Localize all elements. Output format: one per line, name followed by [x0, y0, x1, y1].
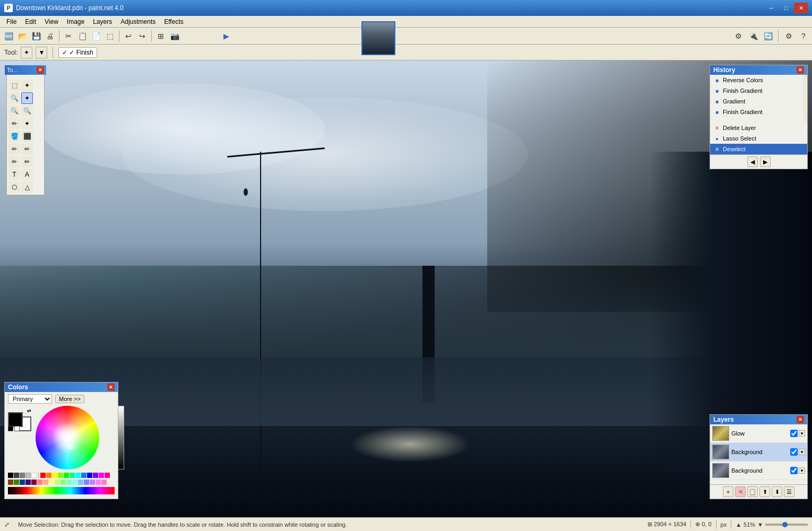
move-canvas-tool[interactable]: ✦: [21, 92, 33, 104]
zoom-slider-thumb[interactable]: [782, 522, 788, 527]
eraser-tool[interactable]: ✦: [21, 118, 33, 129]
zoom-out-tool[interactable]: 🔍: [21, 105, 33, 117]
palette-color-r4[interactable]: [55, 480, 60, 485]
palette-color-r6[interactable]: [66, 480, 72, 485]
print-button[interactable]: 🖨: [44, 30, 56, 42]
palette-color-r2[interactable]: [43, 480, 48, 485]
layer-visible-bg1[interactable]: [790, 448, 798, 456]
history-close-button[interactable]: ✕: [797, 66, 804, 74]
screenshot-button[interactable]: 📷: [168, 30, 181, 42]
new-button[interactable]: 🆕: [2, 30, 15, 42]
lasso-tool[interactable]: 🔍: [8, 92, 20, 104]
palette-color-cyan[interactable]: [75, 473, 81, 478]
clone-tool[interactable]: ✏: [21, 143, 33, 155]
layers-move-down-button[interactable]: ⬇: [772, 486, 782, 497]
image-thumbnail[interactable]: [361, 21, 395, 55]
grid-button[interactable]: ⊞: [154, 30, 167, 42]
layer-dropdown-bg2[interactable]: ▼: [799, 467, 805, 474]
history-item-finish-gradient1[interactable]: ■ Finish Gradient: [710, 85, 803, 96]
palette-color-r5[interactable]: [61, 480, 66, 485]
zoom-tool[interactable]: 🔍: [8, 105, 20, 117]
palette-color-azure[interactable]: [81, 473, 87, 478]
swap-colors-icon[interactable]: ⇄: [27, 408, 31, 413]
copy-button[interactable]: 📋: [76, 30, 89, 42]
zoom-control[interactable]: ▲ 51% ▼: [736, 521, 808, 528]
toolbar-plugin-button[interactable]: 🔌: [747, 30, 759, 42]
text-align-tool[interactable]: A: [21, 169, 33, 180]
palette-color-black[interactable]: [8, 473, 13, 478]
menu-file[interactable]: File: [2, 17, 21, 27]
maximize-button[interactable]: □: [779, 3, 793, 13]
palette-color-olive[interactable]: [14, 480, 19, 485]
palette-color-r9[interactable]: [84, 480, 89, 485]
palette-color-r11[interactable]: [96, 480, 101, 485]
layer-item-background1[interactable]: Background ▼: [710, 443, 807, 462]
pencil-tool[interactable]: ✏: [8, 143, 20, 155]
zoom-down-arrow[interactable]: ▼: [757, 521, 763, 528]
palette-color-green[interactable]: [64, 473, 69, 478]
history-item-gradient[interactable]: ■ Gradient: [710, 96, 803, 107]
palette-color-r7[interactable]: [72, 480, 77, 485]
palette-color-r8[interactable]: [78, 480, 83, 485]
undo-button[interactable]: ↩: [122, 30, 135, 42]
palette-color-yellow[interactable]: [52, 473, 57, 478]
line-tool[interactable]: △: [21, 181, 33, 193]
palette-color-blue[interactable]: [87, 473, 92, 478]
palette-color-magenta[interactable]: [99, 473, 104, 478]
layer-item-background2[interactable]: Background ▼: [710, 462, 807, 480]
brightness-strip[interactable]: [118, 406, 124, 469]
zoom-slider[interactable]: [765, 524, 808, 526]
history-item-deselect[interactable]: ✕ Deselect: [710, 144, 807, 154]
text-tool[interactable]: T: [8, 169, 20, 180]
selection-tool[interactable]: ⬚: [8, 80, 20, 91]
palette-color-maroon[interactable]: [31, 480, 37, 485]
palette-color-dgray[interactable]: [14, 473, 19, 478]
menu-layers[interactable]: Layers: [89, 17, 116, 27]
finish-button[interactable]: ✓ ✓ Finish: [58, 47, 97, 58]
layer-dropdown-glow[interactable]: ▼: [799, 430, 805, 437]
history-redo-button[interactable]: ▶: [760, 156, 771, 167]
layers-close-button[interactable]: ✕: [797, 416, 804, 423]
gradient-color-strip[interactable]: [8, 487, 115, 494]
colors-close-button[interactable]: ✕: [107, 384, 115, 391]
smudge-tool[interactable]: ✏: [21, 156, 33, 168]
palette-color-purple[interactable]: [93, 473, 98, 478]
color-wheel[interactable]: [36, 406, 99, 469]
palette-color-brown[interactable]: [8, 480, 13, 485]
zoom-up-arrow[interactable]: ▲: [736, 521, 741, 528]
layers-move-up-button[interactable]: ⬆: [759, 486, 770, 497]
more-colors-button[interactable]: More >>: [55, 395, 84, 403]
layers-duplicate-button[interactable]: 📋: [747, 486, 758, 497]
toolbar-help-button[interactable]: ?: [797, 30, 810, 42]
palette-color-lime[interactable]: [58, 473, 63, 478]
move-tool[interactable]: ✦: [21, 80, 33, 91]
toolbox-close-button[interactable]: ✕: [37, 66, 44, 74]
foreground-color-swatch[interactable]: [8, 412, 23, 427]
palette-color-indigo[interactable]: [25, 480, 31, 485]
palette-color-gray[interactable]: [20, 473, 25, 478]
thumbnail-dropdown-arrow[interactable]: ▶: [223, 32, 229, 40]
menu-view[interactable]: View: [40, 17, 63, 27]
save-button[interactable]: 💾: [30, 30, 42, 42]
layer-visible-bg2[interactable]: [790, 467, 798, 474]
paint-bucket-tool[interactable]: 🪣: [8, 130, 20, 142]
palette-color-r12[interactable]: [101, 480, 107, 485]
layers-properties-button[interactable]: ☰: [784, 486, 794, 497]
menu-adjustments[interactable]: Adjustments: [116, 17, 160, 27]
history-item-lasso-select[interactable]: ● Lasso Select: [710, 133, 807, 144]
history-item-finish-gradient2[interactable]: ■ Finish Gradient: [710, 107, 803, 117]
menu-edit[interactable]: Edit: [21, 17, 40, 27]
paintbrush-tool[interactable]: ✏: [8, 118, 20, 129]
open-button[interactable]: 📂: [16, 30, 29, 42]
palette-color-navy[interactable]: [20, 480, 25, 485]
layer-visible-glow[interactable]: [790, 430, 798, 437]
palette-color-lgray[interactable]: [25, 473, 31, 478]
palette-color-teal[interactable]: [70, 473, 75, 478]
fg-small-swatch[interactable]: [8, 426, 13, 431]
palette-color-pink[interactable]: [105, 473, 110, 478]
toolbar-settings2-button[interactable]: ⚙: [782, 30, 795, 42]
palette-color-orange[interactable]: [46, 473, 51, 478]
layer-dropdown-bg1[interactable]: ▼: [799, 449, 805, 455]
history-item-reverse-colors[interactable]: ■ Reverse Colors: [710, 75, 803, 85]
gradient-tool[interactable]: ⬛: [21, 130, 33, 142]
